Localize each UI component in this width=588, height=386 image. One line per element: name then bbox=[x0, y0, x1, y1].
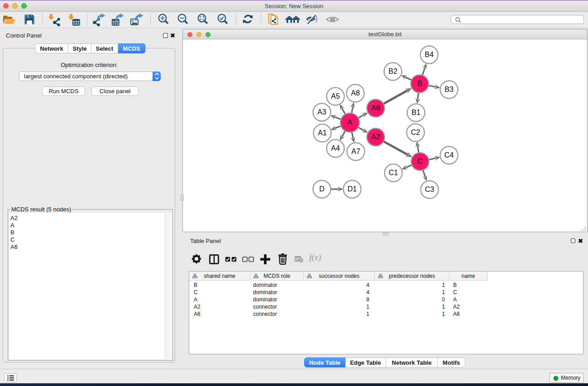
svg-text:C1: C1 bbox=[389, 169, 398, 176]
svg-text:A6: A6 bbox=[371, 104, 380, 112]
svg-text:D1: D1 bbox=[348, 185, 357, 193]
svg-text:C3: C3 bbox=[425, 186, 435, 193]
svg-text:A2: A2 bbox=[371, 133, 380, 141]
svg-text:D: D bbox=[319, 185, 325, 193]
svg-text:A8: A8 bbox=[351, 89, 360, 97]
svg-text:B3: B3 bbox=[445, 86, 454, 93]
svg-text:B2: B2 bbox=[388, 67, 397, 75]
svg-text:C: C bbox=[417, 157, 423, 165]
svg-text:B: B bbox=[417, 80, 422, 87]
svg-text:A3: A3 bbox=[317, 108, 326, 116]
svg-text:C2: C2 bbox=[411, 129, 421, 136]
svg-text:B4: B4 bbox=[425, 51, 434, 58]
svg-text:A4: A4 bbox=[331, 144, 340, 152]
svg-text:B1: B1 bbox=[411, 109, 421, 116]
svg-text:C4: C4 bbox=[445, 151, 454, 159]
svg-text:A5: A5 bbox=[331, 92, 340, 100]
svg-text:A7: A7 bbox=[351, 148, 360, 155]
svg-text:A1: A1 bbox=[318, 129, 327, 137]
svg-text:A: A bbox=[348, 119, 353, 126]
